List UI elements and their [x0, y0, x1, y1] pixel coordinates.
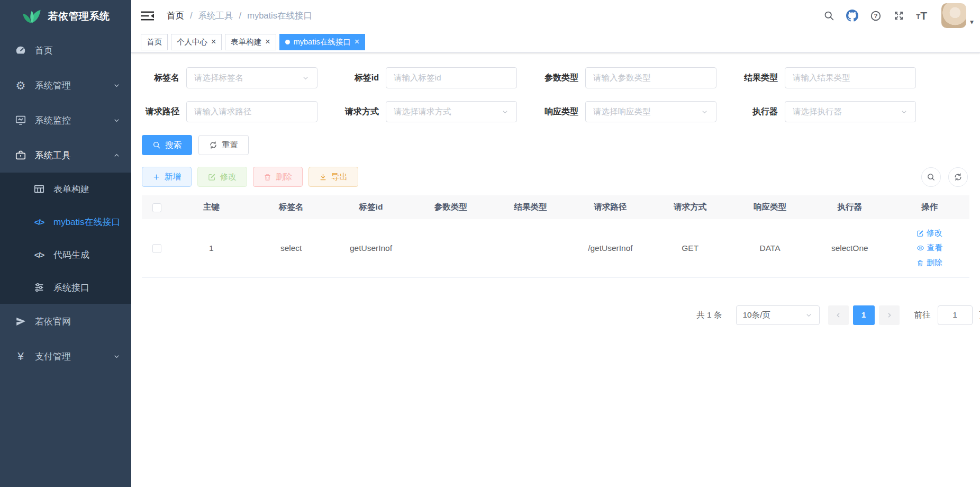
field-label: 请求方式: [341, 106, 386, 118]
close-icon[interactable]: ×: [211, 38, 216, 46]
request-path-input[interactable]: [194, 107, 310, 116]
toolbar-buttons: 新增 修改: [142, 167, 358, 187]
filter-request-method: 请求方式 请选择请求方式: [341, 101, 517, 122]
sidebar-item-payment-manage[interactable]: ¥ 支付管理: [0, 339, 131, 374]
reset-button[interactable]: 重置: [198, 135, 249, 155]
chevron-down-icon: [501, 108, 509, 116]
sidebar-item-system-tools[interactable]: 系统工具: [0, 138, 131, 173]
cell-result-type: [491, 219, 570, 277]
result-type-input[interactable]: [793, 73, 908, 83]
tab-label: 首页: [147, 37, 162, 47]
refresh-icon: [209, 141, 217, 149]
next-page-button[interactable]: [879, 305, 900, 325]
export-button[interactable]: 导出: [308, 167, 358, 187]
breadcrumb-separator: /: [239, 11, 242, 21]
row-edit-link[interactable]: 修改: [917, 228, 942, 238]
executor-select[interactable]: 请选择执行器: [785, 101, 916, 122]
trash-icon: [264, 173, 271, 181]
api-table: 主键 标签名 标签id 参数类型 结果类型 请求路径 请求方式 响应类型 执行器…: [142, 195, 969, 278]
chevron-down-icon: [900, 108, 908, 116]
sidebar-item-form-builder[interactable]: 表单构建: [0, 173, 131, 205]
sidebar-item-ruoyi-website[interactable]: 若依官网: [0, 304, 131, 339]
app-logo[interactable]: 若依管理系统: [0, 0, 131, 33]
pagination-total: 共 1 条: [696, 310, 722, 321]
page-content: 标签名 请选择标签名 标签id 参数类型: [131, 53, 980, 487]
page-size-select[interactable]: 10条/页: [736, 305, 820, 325]
sidebar-item-label: 系统监控: [35, 114, 71, 127]
add-button[interactable]: 新增: [142, 167, 192, 187]
sidebar-item-system-monitor[interactable]: 系统监控: [0, 103, 131, 138]
help-icon[interactable]: ?: [864, 10, 887, 22]
row-checkbox[interactable]: [152, 244, 161, 253]
edit-button[interactable]: 修改: [197, 167, 247, 187]
tag-name-select[interactable]: 请选择标签名: [186, 67, 317, 88]
filter-row-1: 标签名 请选择标签名 标签id 参数类型: [142, 67, 969, 88]
breadcrumb-home[interactable]: 首页: [167, 10, 184, 22]
field-label: 执行器: [740, 106, 785, 118]
sidebar-collapse-icon[interactable]: [141, 11, 154, 21]
sidebar-item-home[interactable]: 首页: [0, 33, 131, 68]
chevron-down-icon: [302, 74, 310, 82]
sidebar-item-label: 若依官网: [35, 315, 71, 328]
sidebar-item-label: 代码生成: [53, 249, 89, 261]
refresh-table-button[interactable]: [948, 167, 968, 187]
header-select-all: [142, 195, 171, 219]
show-search-toggle-button[interactable]: [921, 167, 941, 187]
tab-home[interactable]: 首页: [141, 34, 168, 50]
close-icon[interactable]: ×: [265, 38, 270, 46]
cell-tag-id: getUserInof: [331, 219, 411, 277]
sidebar-item-system-api[interactable]: 系统接口: [0, 271, 131, 304]
delete-button[interactable]: 删除: [253, 167, 303, 187]
row-delete-link[interactable]: 删除: [917, 258, 942, 268]
sidebar-item-system-manage[interactable]: ⚙ 系统管理: [0, 68, 131, 103]
goto-page-input[interactable]: [938, 305, 973, 325]
sidebar-item-mybatis-online-api[interactable]: </> mybatis在线接口: [0, 205, 131, 238]
fullscreen-icon[interactable]: [887, 10, 910, 21]
breadcrumb: 首页 / 系统工具 / mybatis在线接口: [167, 10, 312, 22]
github-icon[interactable]: [840, 10, 864, 22]
table-header-row: 主键 标签名 标签id 参数类型 结果类型 请求路径 请求方式 响应类型 执行器…: [142, 195, 969, 219]
filter-result-type: 结果类型: [740, 67, 916, 88]
field-label: 标签id: [341, 73, 386, 84]
filter-row-2: 请求路径 请求方式 请选择请求方式 响应类型 请选择响应类型: [142, 101, 969, 122]
code-icon: </>: [33, 215, 46, 228]
row-view-link[interactable]: 查看: [917, 243, 943, 253]
result-type-input-wrap: [785, 67, 916, 88]
tab-mybatis-online-api[interactable]: mybatis在线接口 ×: [279, 34, 365, 50]
search-icon[interactable]: [818, 10, 840, 21]
chevron-down-icon: [113, 82, 121, 89]
breadcrumb-current: mybatis在线接口: [247, 10, 312, 22]
tag-id-input[interactable]: [394, 73, 509, 83]
search-button[interactable]: 搜索: [142, 135, 192, 155]
avatar[interactable]: [941, 3, 966, 28]
response-type-select[interactable]: 请选择响应类型: [585, 101, 716, 122]
prev-page-button[interactable]: [828, 305, 849, 325]
top-navbar: 首页 / 系统工具 / mybatis在线接口 ?: [131, 0, 980, 31]
toolbox-icon: [14, 149, 27, 161]
sidebar-item-code-generator[interactable]: </> 代码生成: [0, 238, 131, 271]
column-header: 标签名: [251, 195, 331, 219]
filter-executor: 执行器 请选择执行器: [740, 101, 916, 122]
filter-tag-name: 标签名 请选择标签名: [142, 67, 317, 88]
close-icon[interactable]: ×: [355, 38, 359, 46]
select-all-checkbox[interactable]: [152, 203, 161, 212]
column-header: 参数类型: [411, 195, 491, 219]
column-header: 请求方式: [650, 195, 730, 219]
cell-param-type: [411, 219, 491, 277]
request-method-select[interactable]: 请选择请求方式: [386, 101, 517, 122]
table-toolbar: 新增 修改: [142, 167, 969, 187]
filter-actions: 搜索 重置: [142, 135, 969, 155]
page-number-1[interactable]: 1: [853, 305, 875, 325]
active-tab-dot: [285, 40, 290, 44]
gear-icon: ⚙: [14, 79, 27, 92]
table-row[interactable]: 1 select getUserInof /getUserInof GET DA…: [142, 219, 969, 277]
param-type-input[interactable]: [593, 73, 709, 83]
tab-profile[interactable]: 个人中心 ×: [171, 34, 222, 50]
column-header: 标签id: [331, 195, 411, 219]
cell-response-type: DATA: [730, 219, 810, 277]
sidebar-item-label: 系统管理: [35, 79, 71, 92]
font-size-icon[interactable]: TT: [910, 10, 933, 21]
tab-form-builder[interactable]: 表单构建 ×: [225, 34, 276, 50]
user-menu[interactable]: ▾: [941, 3, 974, 28]
sidebar-item-label: 首页: [35, 44, 53, 57]
